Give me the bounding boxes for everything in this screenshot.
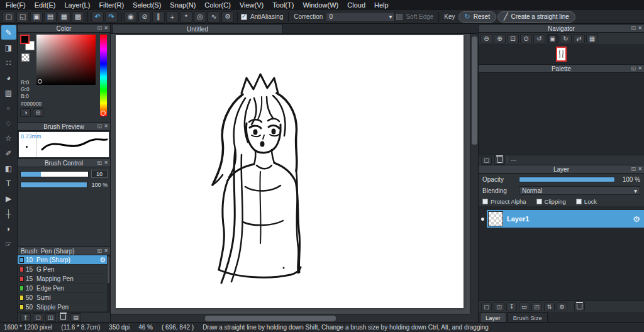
undo-icon[interactable]: ↶ [91,11,104,23]
correction-select[interactable]: 0 ▾ [326,12,395,22]
brush-size-value[interactable]: 10 [91,170,108,178]
zoom-fit-icon[interactable]: ⊡ [507,34,519,43]
close-icon[interactable]: ✕ [104,160,108,165]
brush-settings-icon[interactable]: ⚙ [99,256,106,264]
brush-row-edge-pen[interactable]: 10 Edge Pen [18,284,110,293]
magic-wand-tool[interactable]: ☆ [1,131,16,145]
grid-view-icon[interactable]: ▦ [58,11,70,23]
eyedropper-tool[interactable]: ◗ [1,221,16,236]
brush-list-scrollbar[interactable] [107,255,110,312]
delete-layer-button[interactable] [574,302,585,311]
brush-tool[interactable]: ✎ [1,25,16,40]
menu-view[interactable]: View(V) [235,1,268,9]
open-file-icon[interactable]: ◱ [16,11,29,23]
brush-row-g-pen[interactable]: 15 G Pen [18,265,110,274]
horizontal-scrollbar[interactable] [111,314,470,322]
brush-size-slider[interactable] [20,171,89,177]
snap-parallel-icon[interactable]: ∥ [152,11,165,23]
duplicate-layer-icon[interactable]: ◫ [494,302,504,311]
rotate-cw-icon[interactable]: ↻ [560,34,572,43]
lock-checkbox[interactable] [576,199,582,204]
snap-curve-icon[interactable]: ∿ [208,11,220,23]
menu-cloud[interactable]: Cloud [343,1,370,9]
popout-icon[interactable]: ◱ [97,123,103,129]
opacity-slider[interactable] [519,177,615,182]
menu-snap[interactable]: Snap(N) [165,1,200,9]
menu-file[interactable]: File(F) [1,1,30,9]
new-folder-icon[interactable]: ◰ [531,302,542,311]
hand-tool[interactable]: ☞ [1,236,16,251]
add-to-palette-icon[interactable]: ⊞ [33,108,43,117]
popout-icon[interactable]: ◱ [631,65,636,71]
text-tool[interactable]: T [1,176,16,191]
brush-row-pen-sharp[interactable]: 10 Pen (Sharp) ⚙ [18,255,110,265]
brush-row-sumi[interactable]: 50 Sumi [18,293,110,302]
canvas-viewport[interactable] [111,34,478,322]
divide-tool[interactable]: ┼ [1,206,16,221]
soft-edge-checkbox[interactable] [396,14,402,20]
zoom-actual-icon[interactable]: ⊙ [520,34,532,43]
zoom-out-icon[interactable]: ⊖ [480,34,492,43]
merge-layer-icon[interactable]: ↧ [506,302,517,311]
color-wheel-icon[interactable]: ◑ [20,108,31,117]
close-icon[interactable]: ✕ [638,166,642,172]
close-icon[interactable]: ✕ [638,65,642,71]
new-canvas-icon[interactable]: ▢ [3,11,15,23]
gradient-tool[interactable]: ▧ [1,86,16,100]
menu-edit[interactable]: Edit(E) [30,1,60,9]
clipping-checkbox[interactable] [536,199,542,204]
operation-tool[interactable]: ▶ [1,191,16,206]
foreground-color-swatch[interactable] [20,35,30,44]
close-icon[interactable]: ✕ [104,25,108,31]
vertical-scrollbar-thumb[interactable] [472,36,477,145]
protect-alpha-checkbox[interactable] [482,199,488,204]
saturation-value-picker[interactable] [36,35,96,85]
stabilizer-icon[interactable]: ◉ [125,11,137,23]
eraser-tool[interactable]: ◨ [1,40,16,55]
create-straight-line-button[interactable]: ╱ Create a straight line [497,11,575,23]
menu-select[interactable]: Select(S) [128,1,165,9]
layer-settings-gear-icon[interactable]: ⚙ [633,214,640,224]
add-brush-icon[interactable]: ↥ [20,313,31,322]
rotate-ccw-icon[interactable]: ↺ [533,34,545,43]
popout-icon[interactable]: ◱ [97,160,103,165]
new-brush-icon[interactable]: ▢ [33,313,43,322]
fit-window-icon[interactable]: ▣ [547,34,558,43]
snap-crisscross-icon[interactable]: + [166,11,179,23]
snap-concentric-icon[interactable]: ◎ [194,11,206,23]
popout-icon[interactable]: ◱ [631,166,636,172]
save-icon[interactable]: ▣ [30,11,43,23]
layer-visibility-toggle[interactable] [479,210,487,228]
reset-button[interactable]: ↻ Reset [458,11,496,23]
transparent-color-swatch[interactable] [21,53,30,62]
select-tool[interactable]: ▫ [1,101,16,115]
horizontal-scrollbar-thumb[interactable] [205,316,336,321]
snap-off-icon[interactable]: ⊘ [138,11,151,23]
redo-icon[interactable]: ↷ [105,11,118,23]
vertical-scrollbar[interactable] [470,34,478,314]
delete-color-button[interactable] [494,156,505,165]
popout-icon[interactable]: ◱ [631,25,636,31]
close-icon[interactable]: ✕ [638,25,642,31]
new-layer-icon[interactable]: ▢ [481,302,492,311]
document-tab[interactable]: Untitled [112,24,283,33]
close-icon[interactable]: ✕ [104,248,108,253]
navigator-thumbnail[interactable] [556,47,567,62]
select-pen-tool[interactable]: ✐ [1,146,16,160]
menu-filter[interactable]: Filter(R) [94,1,128,9]
brush-opacity-slider[interactable] [20,182,87,188]
export-icon[interactable]: ▤ [44,11,57,23]
layer-settings-icon[interactable]: ⚙ [557,302,567,311]
snap-vanishing-icon[interactable]: * [180,11,192,23]
menu-window[interactable]: Window(W) [298,1,343,9]
popout-icon[interactable]: ◱ [97,25,103,31]
menu-color[interactable]: Color(C) [200,1,235,9]
flip-horizontal-icon[interactable]: ⇄ [573,34,585,43]
menu-layer[interactable]: Layer(L) [60,1,94,9]
brush-menu-icon[interactable]: ▤ [70,313,81,322]
hue-slider[interactable] [100,35,107,116]
brush-row-stipple-pen[interactable]: 50 Stipple Pen [18,302,110,312]
materials-icon[interactable]: ▩ [72,11,84,23]
layer-order-icon[interactable]: ⇅ [544,302,555,311]
brush-row-mapping-pen[interactable]: 15 Mapping Pen [18,274,110,284]
